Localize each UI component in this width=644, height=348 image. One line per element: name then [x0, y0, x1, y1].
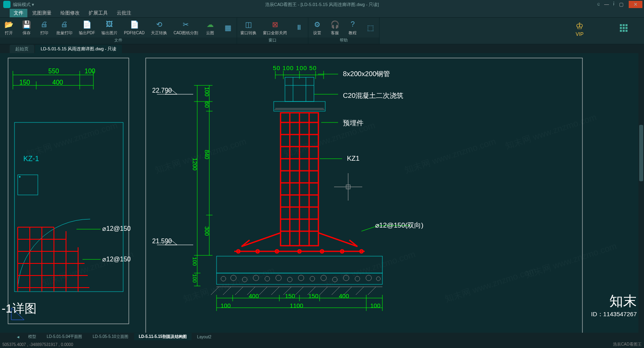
- pause-icon: ⏸: [294, 23, 304, 33]
- vertical-scrollbar[interactable]: [638, 44, 644, 333]
- open-button[interactable]: 📂打开: [0, 18, 18, 37]
- edit-mode-dropdown[interactable]: 编辑模式 ▾: [13, 2, 34, 8]
- svg-point-76: [355, 276, 360, 281]
- window-switch-icon: ◫: [244, 20, 253, 29]
- layout-nav-left-icon[interactable]: ◄: [16, 335, 20, 339]
- save-button[interactable]: 💾保存: [18, 18, 35, 37]
- statusbar: 505375.4007 , -348897531917 , 0.0000 浩辰C…: [0, 341, 644, 348]
- layout-tab-section[interactable]: LD-5.11-5.15剖面及结构图: [134, 333, 192, 340]
- dim-label: 400: [249, 292, 259, 299]
- note-kz1: KZ1: [347, 155, 359, 163]
- maximize-button[interactable]: ▢: [614, 1, 628, 8]
- pdf-to-cad-button[interactable]: 📄PDF转CAD: [121, 18, 148, 37]
- svg-point-68: [265, 276, 270, 281]
- label-kz1: KZ-1: [23, 155, 39, 163]
- layout-tab-plan[interactable]: LD-5.01-5.04平面图: [42, 333, 87, 340]
- support-button[interactable]: 🎧客服: [326, 18, 344, 37]
- grid-icon: ▦: [223, 23, 233, 33]
- svg-point-66: [242, 277, 247, 282]
- svg-line-84: [259, 287, 267, 295]
- svg-point-73: [321, 275, 326, 281]
- close-all-windows-button[interactable]: ⊠窗口全部关闭: [260, 18, 290, 37]
- menu-cloud-annotate[interactable]: 云批注: [113, 9, 135, 17]
- svg-point-65: [231, 275, 236, 281]
- svg-line-93: [368, 287, 376, 295]
- ribbon: 📂打开 💾保存 🖨打印 🖨批量打印 📄输出PDF 🖼输出图片 📄PDF转CAD …: [0, 18, 644, 44]
- layout-tabs: ◄ 模型 LD-5.01-5.04平面图 LD-5.05-5.10立面图 LD-…: [0, 333, 644, 341]
- folder-open-icon: 📂: [4, 20, 14, 29]
- scrollbar-thumb[interactable]: [639, 125, 643, 181]
- dim-label: 100: [85, 68, 95, 75]
- ribbon-group-window: ◫窗口转换 ⊠窗口全部关闭 ⏸ 窗口: [237, 18, 308, 44]
- dim-label: 1200: [192, 158, 198, 170]
- svg-point-75: [343, 275, 349, 281]
- svg-point-69: [276, 275, 281, 281]
- note-rebar-both: ⌀12@150(双向): [375, 221, 423, 230]
- grid-menu-icon[interactable]: [620, 24, 628, 32]
- dots-icon: ⬚: [365, 23, 375, 33]
- layout-tab-layout2[interactable]: Layout2: [192, 334, 217, 340]
- more-help-button[interactable]: ⬚: [361, 18, 379, 37]
- dim-label: 550: [48, 68, 59, 75]
- layout-tab-model[interactable]: 模型: [23, 333, 41, 340]
- view-title: -1详图: [2, 300, 37, 317]
- note-concrete-pour: C20混凝土二次浇筑: [343, 91, 403, 100]
- tab-current-drawing[interactable]: LD-5.01-5.15 风雨连廊详图.dwg - 只读: [35, 45, 122, 53]
- note-steel-tube: 8x200x200钢管: [343, 69, 390, 79]
- window-title: 浩辰CAD看图王 - [LD-5.01-5.15 风雨连廊详图.dwg - 只读…: [265, 2, 379, 8]
- cloud-drawing-button[interactable]: ☁云图: [201, 18, 219, 37]
- tianzheng-convert-button[interactable]: ⟲天正转换: [148, 18, 170, 37]
- dim-label: 400: [339, 292, 349, 299]
- close-button[interactable]: ✕: [629, 1, 642, 8]
- svg-line-82: [235, 287, 243, 295]
- svg-point-71: [298, 275, 304, 281]
- dim-label: 300: [204, 226, 210, 236]
- dim-label: 100: [204, 87, 210, 96]
- elevation-bot: 21.590: [152, 238, 172, 245]
- more-file-button[interactable]: ▦: [219, 18, 237, 37]
- image-icon: 🖼: [105, 20, 114, 29]
- batch-print-button[interactable]: 🖨批量打印: [53, 18, 76, 37]
- split-icon: ✂: [181, 20, 191, 29]
- note-embed: 预埋件: [343, 118, 363, 128]
- menu-draw-modify[interactable]: 绘图修改: [56, 9, 84, 17]
- svg-line-85: [271, 287, 279, 295]
- split-drawing-button[interactable]: ✂CAD图纸分割: [170, 18, 201, 37]
- corner-branding: 知末 ID：1143547267: [591, 292, 637, 318]
- svg-rect-63: [217, 273, 382, 284]
- svg-point-70: [287, 277, 292, 282]
- tab-start-page[interactable]: 起始页: [10, 45, 34, 53]
- app-logo-icon: [3, 1, 10, 8]
- print-button[interactable]: 🖨打印: [35, 18, 53, 37]
- settings-button[interactable]: ⚙设置: [308, 18, 326, 37]
- dim-label: 100: [221, 302, 231, 309]
- menu-view-measure[interactable]: 览图测量: [28, 9, 56, 17]
- svg-line-80: [211, 287, 219, 295]
- help-icon: ?: [348, 20, 357, 29]
- layout-tab-elevation[interactable]: LD-5.05-5.10立面图: [88, 333, 133, 340]
- dim-label: 100: [192, 257, 198, 266]
- menu-extensions[interactable]: 扩展工具: [85, 9, 112, 17]
- menubar: 文件 览图测量 绘图修改 扩展工具 云批注: [0, 9, 644, 18]
- coordinates-readout: 505375.4007 , -348897531917 , 0.0000: [2, 342, 73, 347]
- svg-line-89: [320, 287, 328, 295]
- tutorial-button[interactable]: ?教程: [344, 18, 361, 37]
- menu-file[interactable]: 文件: [10, 9, 27, 17]
- export-image-button[interactable]: 🖼输出图片: [98, 18, 121, 37]
- dim-label: 60: [204, 102, 210, 108]
- svg-rect-62: [217, 256, 382, 273]
- dim-label: 100: [192, 274, 198, 283]
- minimize-button[interactable]: —: [600, 1, 613, 8]
- export-pdf-button[interactable]: 📄输出PDF: [76, 18, 98, 37]
- window-switch-button[interactable]: ◫窗口转换: [237, 18, 260, 37]
- window-pause-button[interactable]: ⏸: [290, 18, 308, 37]
- headset-icon: 🎧: [330, 20, 340, 29]
- close-all-icon: ⊠: [270, 20, 280, 29]
- crown-icon: ♔: [576, 21, 584, 31]
- vip-badge[interactable]: ♔ VIP: [576, 21, 584, 37]
- dim-label: 840: [204, 150, 210, 159]
- svg-line-81: [223, 287, 231, 295]
- svg-line-92: [356, 287, 364, 295]
- titlebar: 编辑模式 ▾ 浩辰CAD看图王 - [LD-5.01-5.15 风雨连廊详图.d…: [0, 0, 644, 9]
- cad-viewport[interactable]: 知末网 www.znzmo.com 知末网 www.znzmo.com 知末网 …: [0, 53, 644, 335]
